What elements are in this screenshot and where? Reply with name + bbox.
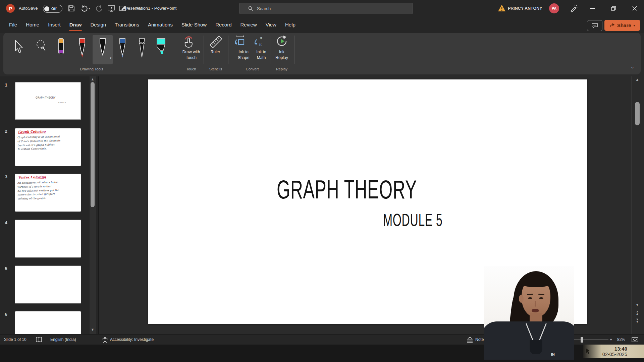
ruler-button[interactable] — [209, 35, 223, 48]
user-name[interactable]: PRINCY ANTONY — [508, 0, 542, 17]
undo-button[interactable]: ▾ — [80, 4, 90, 12]
slide-thumbnail-2[interactable]: Graph Coloring Graph Coloring is an assi… — [15, 128, 81, 166]
slide-subtitle[interactable]: MODULE 5 — [383, 210, 442, 230]
slide-number: 5 — [3, 266, 9, 271]
start-slideshow-button[interactable] — [107, 5, 115, 12]
fit-to-window-icon[interactable] — [631, 337, 639, 343]
scroll-up-icon[interactable]: ▲ — [90, 77, 96, 81]
share-dropdown-icon: ▾ — [634, 24, 635, 27]
comments-button[interactable] — [587, 20, 602, 31]
ink-to-shape-button[interactable] — [234, 35, 246, 47]
scroll-up-icon[interactable]: ▲ — [634, 78, 640, 81]
close-button[interactable] — [627, 0, 642, 17]
group-label-replay: Replay — [276, 67, 287, 71]
select-tool[interactable] — [11, 35, 26, 64]
person-hairline — [520, 275, 552, 287]
tab-transitions[interactable]: Transitions — [110, 17, 144, 32]
save-button[interactable] — [68, 5, 75, 12]
person-ear — [519, 295, 524, 303]
thumb3-heading: Vertex Coloring — [18, 175, 46, 179]
ink-to-math-button[interactable]: π π — [253, 35, 265, 47]
pencil-tool[interactable] — [134, 35, 150, 64]
tab-home[interactable]: Home — [21, 17, 44, 32]
scroll-down-icon[interactable]: ▼ — [90, 328, 96, 331]
redo-button[interactable] — [95, 4, 103, 12]
share-icon — [609, 23, 615, 28]
previous-slide-button[interactable]: ▲▲ — [634, 310, 640, 315]
pen-options-chevron-icon[interactable]: ▾ — [110, 56, 111, 60]
avatar-initials: PA — [552, 6, 556, 10]
close-icon — [632, 6, 637, 11]
warning-icon[interactable] — [498, 4, 506, 12]
ink-to-math-label2: Math — [257, 55, 266, 60]
tab-help[interactable]: Help — [281, 17, 300, 32]
scrollbar-thumb[interactable] — [91, 82, 95, 207]
webcam-video-overlay — [484, 266, 574, 360]
pen-blue-tool[interactable] — [115, 35, 130, 64]
avatar[interactable]: PA — [549, 3, 559, 13]
taskbar-language-indicator[interactable]: IN — [551, 352, 555, 356]
svg-text:π: π — [259, 41, 262, 47]
language-status[interactable]: English (India) — [50, 335, 76, 345]
tab-review[interactable]: Review — [236, 17, 261, 32]
eraser-tool[interactable] — [53, 35, 69, 64]
thumbnail-scrollbar[interactable]: ▲ ▼ — [90, 76, 96, 334]
camera-timestamp-overlay: 13:40 02-05-2025 — [583, 345, 644, 358]
zoom-in-button[interactable]: + — [610, 335, 612, 345]
highlighter-tool[interactable] — [153, 35, 169, 64]
thumb2-text: Graph Coloring is an assignment of Color… — [17, 135, 61, 152]
draw-with-touch-button[interactable] — [182, 36, 196, 48]
ink-replay-button[interactable] — [276, 35, 288, 48]
tab-draw[interactable]: Draw — [65, 17, 86, 32]
maximize-button[interactable] — [606, 0, 621, 17]
slide-thumbnail-1[interactable]: GRAPH THEORY MODULE 5 — [15, 82, 81, 120]
tab-file[interactable]: File — [5, 17, 21, 32]
slide-number: 2 — [3, 129, 9, 134]
slide-number: 6 — [3, 312, 9, 317]
slide-thumbnail-5[interactable] — [15, 265, 81, 304]
scrollbar-thumb[interactable] — [635, 102, 640, 125]
zoom-level[interactable]: 82% — [617, 335, 625, 345]
ink-to-math-label1: Ink to — [256, 50, 266, 54]
zoom-slider-track[interactable] — [571, 340, 608, 340]
pen-red-icon — [78, 38, 87, 59]
slide-thumbnail-6[interactable] — [15, 311, 81, 334]
group-label-convert: Convert — [246, 67, 259, 71]
slide-title[interactable]: GRAPH THEORY — [277, 174, 417, 205]
search-input[interactable]: Search — [239, 3, 413, 14]
autosave-toggle[interactable]: Off — [43, 5, 62, 13]
slide-indicator[interactable]: Slide 1 of 10 — [4, 335, 26, 345]
spell-check-icon[interactable] — [36, 337, 42, 343]
zoom-slider-handle[interactable] — [581, 337, 583, 343]
eraser-icon — [57, 38, 65, 59]
share-label: Share — [617, 22, 631, 28]
pen-black-tool[interactable]: ▾ — [93, 35, 113, 64]
scroll-down-icon[interactable]: ▼ — [634, 303, 640, 307]
canvas-scrollbar[interactable]: ▲ ▼ ▲▲ ▼▼ — [631, 76, 644, 334]
overlay-date: 02-05-2025 — [602, 352, 627, 357]
notes-icon[interactable] — [466, 337, 474, 343]
lasso-select-tool[interactable] — [34, 35, 49, 64]
accessibility-status[interactable]: Accessibility: Investigate — [110, 335, 154, 345]
slide-thumbnail-4[interactable] — [15, 220, 81, 258]
tab-insert[interactable]: Insert — [44, 17, 65, 32]
tab-slideshow[interactable]: Slide Show — [177, 17, 211, 32]
slide-number: 4 — [3, 220, 9, 225]
tab-record[interactable]: Record — [211, 17, 236, 32]
pen-red-tool[interactable] — [74, 35, 90, 64]
ink-pen-mode-icon[interactable] — [570, 4, 578, 12]
accessibility-icon[interactable] — [102, 337, 108, 343]
next-slide-button[interactable]: ▼▼ — [634, 318, 640, 323]
minimize-button[interactable] — [585, 0, 600, 17]
slide-thumbnail-3[interactable]: Vertex Coloring An assignment of colours… — [15, 174, 81, 212]
tab-design[interactable]: Design — [86, 17, 110, 32]
collapse-ribbon-button[interactable]: ⌄ — [631, 64, 634, 69]
ink-to-shape-label2: Shape — [238, 55, 250, 60]
autosave-label: AutoSave — [19, 0, 38, 17]
group-label-drawing-tools: Drawing Tools — [80, 67, 103, 71]
tab-view[interactable]: View — [261, 17, 281, 32]
tab-animations[interactable]: Animations — [144, 17, 177, 32]
shirt-placket — [530, 340, 542, 354]
share-button[interactable]: Share ▾ — [604, 20, 640, 31]
ribbon: ▾ Drawing Tools — [3, 33, 641, 74]
